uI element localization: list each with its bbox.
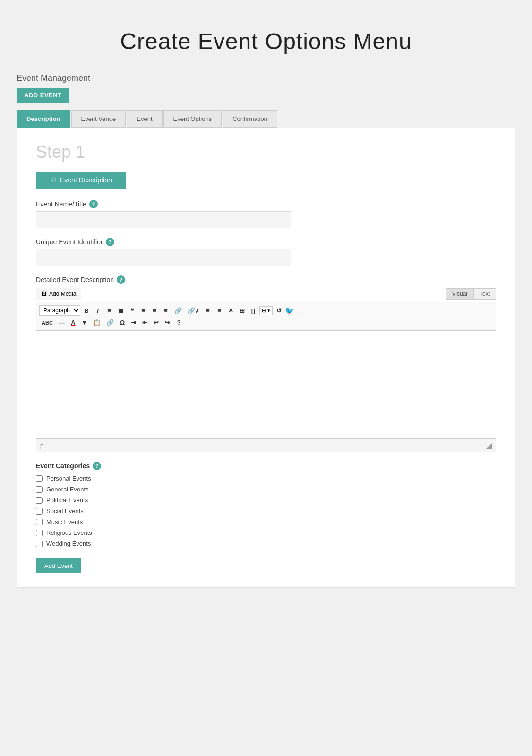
- category-religious-checkbox[interactable]: [36, 530, 43, 536]
- unordered-list-btn[interactable]: ≡: [104, 306, 114, 316]
- tab-event-options[interactable]: Event Options: [163, 110, 222, 128]
- category-political-label[interactable]: Political Events: [46, 497, 88, 504]
- category-wedding-checkbox[interactable]: [36, 541, 43, 547]
- editor-footer: p ◢: [36, 439, 496, 452]
- align-center-btn[interactable]: ≡: [149, 306, 160, 316]
- text-color-btn[interactable]: A: [68, 318, 78, 327]
- visual-text-toggle: Visual Text: [446, 288, 496, 300]
- media-bar: 🖼 Add Media Visual Text: [36, 288, 496, 300]
- category-social-checkbox[interactable]: [36, 508, 43, 515]
- unique-id-help-icon[interactable]: ?: [106, 238, 114, 246]
- help-btn[interactable]: ?: [174, 318, 184, 327]
- remove-format-btn[interactable]: ✕: [225, 306, 236, 316]
- format-select[interactable]: Paragraph: [39, 305, 80, 316]
- unique-id-label: Unique Event Identifier ?: [36, 238, 496, 246]
- twitter-icon: 🐦: [285, 306, 294, 315]
- blockquote-btn[interactable]: ❝: [127, 306, 137, 316]
- link-btn[interactable]: 🔗: [172, 306, 184, 316]
- media-icon: 🖼: [41, 291, 47, 297]
- category-music: Music Events: [36, 518, 496, 525]
- category-music-label[interactable]: Music Events: [46, 518, 83, 525]
- add-media-button[interactable]: 🖼 Add Media: [36, 288, 81, 300]
- tab-confirmation[interactable]: Confirmation: [223, 110, 277, 128]
- category-religious: Religious Events: [36, 529, 496, 536]
- redo-btn[interactable]: ↪: [163, 318, 173, 327]
- shortcodes-btn[interactable]: []: [248, 306, 258, 316]
- text-button[interactable]: Text: [473, 288, 496, 300]
- category-religious-label[interactable]: Religious Events: [46, 529, 92, 536]
- event-name-help-icon[interactable]: ?: [89, 200, 98, 208]
- media-link-btn[interactable]: 🔗: [104, 318, 116, 327]
- categories-help-icon[interactable]: ?: [93, 462, 101, 470]
- bold-btn[interactable]: B: [81, 306, 92, 316]
- checkbox-icon: ☑: [50, 176, 56, 184]
- align-left-btn[interactable]: ≡: [138, 306, 148, 316]
- page-title: Create Event Options Menu: [0, 0, 532, 73]
- tab-event-venue[interactable]: Event Venue: [71, 110, 126, 128]
- table-btn[interactable]: ⊞ ▾: [259, 306, 273, 315]
- section-heading: Event Management: [17, 73, 515, 83]
- category-political: Political Events: [36, 497, 496, 504]
- category-wedding: Wedding Events: [36, 540, 496, 547]
- tab-bar: Description Event Venue Event Event Opti…: [17, 110, 515, 128]
- editor-toolbar: Paragraph B I ≡ ≣ ❝ ≡ ≡ ≡ 🔗 🔗✗ ≡ ≡ ✕ ⊞ […: [36, 302, 496, 330]
- text-color-dropdown-btn[interactable]: ▾: [79, 318, 90, 327]
- description-help-icon[interactable]: ?: [117, 275, 125, 284]
- align-right-btn[interactable]: ≡: [161, 306, 171, 316]
- horizontal-rule-btn[interactable]: —: [56, 318, 67, 327]
- category-general-checkbox[interactable]: [36, 486, 43, 493]
- event-name-input[interactable]: [36, 211, 291, 228]
- toolbar-row-1: Paragraph B I ≡ ≣ ❝ ≡ ≡ ≡ 🔗 🔗✗ ≡ ≡ ✕ ⊞ […: [39, 304, 493, 317]
- unlink-btn[interactable]: 🔗✗: [185, 306, 202, 316]
- paste-btn[interactable]: 📋: [91, 318, 103, 327]
- undo2-btn[interactable]: ↩: [151, 318, 162, 327]
- categories-section: Event Categories ? Personal Events Gener…: [36, 462, 496, 573]
- form-container: Step 1 ☑ Event Description Event Name/Ti…: [17, 128, 515, 588]
- category-wedding-label[interactable]: Wedding Events: [46, 540, 91, 547]
- add-event-header-button[interactable]: ADD EVENT: [17, 88, 69, 103]
- category-music-checkbox[interactable]: [36, 519, 43, 525]
- italic-btn[interactable]: I: [93, 306, 103, 316]
- resize-handle[interactable]: ◢: [486, 441, 492, 450]
- category-general: General Events: [36, 486, 496, 493]
- tab-event[interactable]: Event: [127, 110, 162, 128]
- insert-more-btn[interactable]: ≡: [203, 306, 213, 316]
- outdent-btn[interactable]: ⇤: [140, 318, 150, 327]
- strikethrough-btn[interactable]: ABC: [39, 318, 55, 327]
- category-social-label[interactable]: Social Events: [46, 507, 84, 515]
- category-social: Social Events: [36, 507, 496, 515]
- event-name-label: Event Name/Title ?: [36, 200, 496, 208]
- category-personal-checkbox[interactable]: [36, 475, 43, 482]
- editor-body[interactable]: [36, 330, 496, 439]
- event-description-section-button[interactable]: ☑ Event Description: [36, 172, 126, 189]
- special-chars-btn[interactable]: Ω: [117, 318, 128, 327]
- category-political-checkbox[interactable]: [36, 497, 43, 504]
- add-event-submit-button[interactable]: Add Event: [36, 558, 81, 573]
- visual-button[interactable]: Visual: [446, 288, 473, 300]
- ordered-list-btn[interactable]: ≣: [115, 306, 126, 316]
- section-btn-label: Event Description: [60, 176, 112, 184]
- editor-tag-indicator: p: [40, 442, 43, 449]
- category-personal: Personal Events: [36, 475, 496, 482]
- description-label: Detailed Event Description ?: [36, 275, 496, 284]
- indent-btn[interactable]: ⇥: [129, 318, 139, 327]
- fullscreen-btn[interactable]: ⊞: [237, 306, 247, 316]
- categories-label: Event Categories ?: [36, 462, 496, 470]
- undo-btn[interactable]: ↺: [274, 306, 284, 316]
- category-general-label[interactable]: General Events: [46, 486, 89, 493]
- category-personal-label[interactable]: Personal Events: [46, 475, 91, 482]
- toolbar-toggle-btn[interactable]: ≡: [214, 306, 224, 316]
- unique-id-input[interactable]: [36, 249, 291, 266]
- tab-description[interactable]: Description: [17, 110, 70, 128]
- toolbar-row-2: ABC — A ▾ 📋 🔗 Ω ⇥ ⇤ ↩ ↪ ?: [39, 317, 493, 328]
- step-heading: Step 1: [36, 142, 496, 162]
